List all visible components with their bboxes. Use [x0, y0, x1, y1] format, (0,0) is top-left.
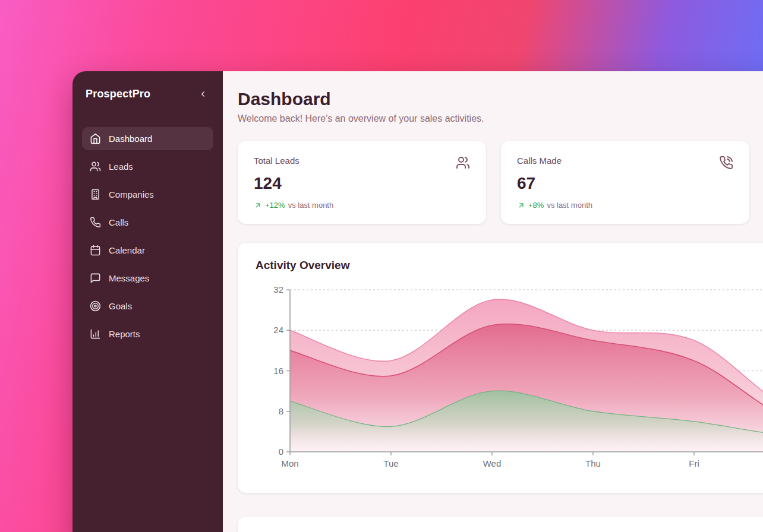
building-icon: [90, 189, 101, 200]
stat-value: 124: [254, 174, 470, 193]
svg-text:Wed: Wed: [483, 458, 502, 468]
sidebar-item-label: Dashboard: [109, 134, 152, 144]
sidebar-header: ProspectPro: [82, 87, 213, 101]
svg-text:Tue: Tue: [383, 458, 398, 468]
stat-card: Calls Made 67 +8% vs last month: [501, 141, 749, 224]
users-icon: [456, 156, 470, 170]
chevron-left-icon: [198, 90, 207, 99]
stat-label: Total Leads: [254, 156, 299, 166]
svg-text:Mon: Mon: [281, 458, 298, 468]
sidebar-item-label: Messages: [109, 273, 149, 283]
page-subtitle: Welcome back! Here's an overview of your…: [238, 113, 763, 124]
phone-icon: [90, 217, 101, 228]
sidebar-item-companies[interactable]: Companies: [82, 183, 213, 206]
stat-value: 67: [517, 174, 733, 193]
svg-text:0: 0: [279, 446, 283, 457]
sidebar-item-label: Leads: [109, 162, 133, 172]
svg-text:24: 24: [273, 325, 283, 335]
stat-label: Calls Made: [517, 156, 562, 166]
stat-change-percent: +12%: [265, 201, 285, 210]
sidebar-collapse-button[interactable]: [196, 87, 210, 101]
activity-chart: 08162432MonTueWedThuFri: [256, 283, 763, 482]
sidebar-nav: Dashboard Leads Companies Calls Calendar…: [82, 127, 213, 346]
svg-text:8: 8: [279, 406, 283, 416]
svg-text:32: 32: [273, 284, 283, 294]
page-title: Dashboard: [238, 89, 763, 109]
stat-change-suffix: vs last month: [288, 201, 334, 210]
sidebar-item-calendar[interactable]: Calendar: [82, 239, 213, 262]
calendar-icon: [90, 245, 101, 256]
sidebar-item-calls[interactable]: Calls: [82, 211, 213, 234]
svg-text:16: 16: [273, 366, 283, 376]
svg-text:Fri: Fri: [689, 458, 699, 468]
sidebar-item-label: Reports: [109, 329, 140, 339]
target-icon: [90, 300, 101, 312]
sidebar-item-leads[interactable]: Leads: [82, 155, 213, 178]
chart-title: Activity Overview: [256, 259, 763, 272]
trend-up-icon: [254, 201, 262, 210]
sidebar-item-messages[interactable]: Messages: [82, 267, 213, 290]
stat-change: +12% vs last month: [254, 201, 470, 210]
stat-change-suffix: vs last month: [547, 201, 592, 210]
bar-chart-icon: [90, 328, 101, 340]
stat-change: +8% vs last month: [517, 201, 733, 210]
stats-row: Total Leads 124 +12% vs last month Calls…: [238, 141, 763, 224]
partial-bottom-card: [238, 517, 763, 532]
users-icon: [90, 161, 101, 172]
sidebar-item-dashboard[interactable]: Dashboard: [82, 127, 213, 150]
phone-call-icon: [719, 156, 733, 170]
activity-overview-card: Activity Overview 08162432MonTueWedThuFr…: [238, 243, 763, 493]
area-chart-svg: 08162432MonTueWedThuFri: [256, 283, 763, 480]
sidebar-item-goals[interactable]: Goals: [82, 294, 213, 318]
main-content: Dashboard Welcome back! Here's an overvi…: [223, 71, 763, 532]
app-window: ProspectPro Dashboard Leads Companies Ca…: [72, 71, 763, 532]
app-logo-title: ProspectPro: [86, 88, 150, 100]
svg-text:Thu: Thu: [585, 458, 601, 468]
message-icon: [90, 273, 101, 284]
sidebar-item-label: Goals: [109, 301, 132, 311]
stat-card: Total Leads 124 +12% vs last month: [238, 141, 486, 224]
sidebar-item-reports[interactable]: Reports: [82, 322, 213, 346]
sidebar: ProspectPro Dashboard Leads Companies Ca…: [72, 71, 223, 532]
sidebar-item-label: Calls: [109, 217, 128, 227]
trend-up-icon: [517, 201, 525, 210]
home-icon: [90, 133, 101, 144]
sidebar-item-label: Calendar: [109, 245, 145, 255]
stat-change-percent: +8%: [528, 201, 544, 210]
sidebar-item-label: Companies: [109, 189, 154, 200]
